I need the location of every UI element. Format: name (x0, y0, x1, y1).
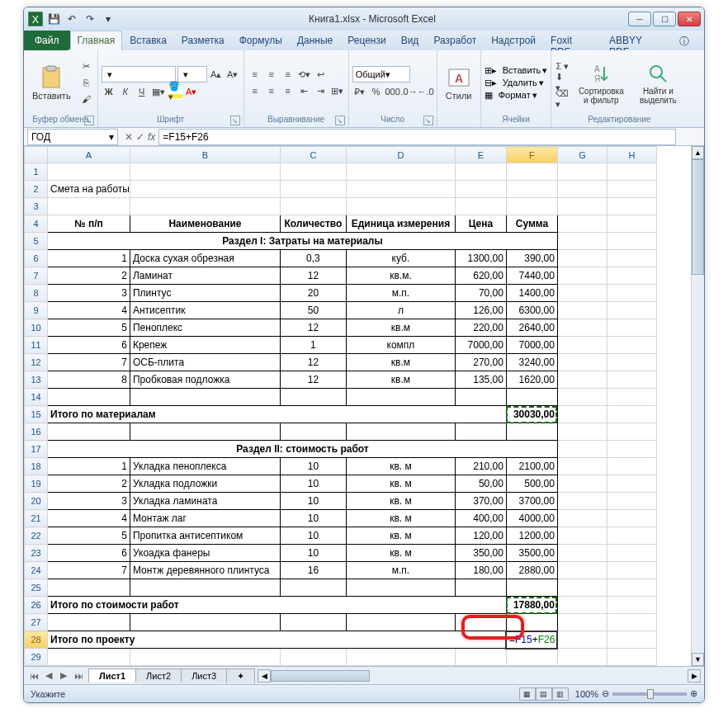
s2-price[interactable]: 50,00 (455, 475, 506, 493)
s2-sum[interactable]: 4000,00 (506, 510, 557, 527)
cell[interactable] (455, 423, 506, 441)
undo-button[interactable]: ↶ (64, 11, 80, 27)
cell[interactable] (48, 423, 130, 441)
qat-customize-icon[interactable]: ▾ (100, 11, 116, 27)
sheet-tab-new[interactable]: ✦ (226, 668, 255, 683)
align-right-button[interactable]: ≡ (281, 83, 295, 98)
s2-sum[interactable]: 2100,00 (506, 458, 557, 475)
copy-button[interactable]: ⎘ (79, 75, 94, 90)
s2-num[interactable]: 3 (48, 493, 130, 510)
align-left-button[interactable]: ≡ (248, 83, 262, 98)
s1-name[interactable]: Антисептик (130, 302, 280, 319)
s2-num[interactable]: 4 (48, 510, 130, 527)
s2-price[interactable]: 370,00 (455, 493, 506, 510)
scroll-up-icon[interactable]: ▲ (692, 146, 704, 159)
s2-qty[interactable]: 16 (280, 562, 346, 579)
cell[interactable] (280, 181, 346, 198)
redo-button[interactable]: ↷ (82, 11, 98, 27)
row-header-4[interactable]: 4 (25, 215, 48, 233)
sort-filter-button[interactable]: AЯ Сортировка и фильтр (573, 59, 629, 106)
s2-price[interactable]: 210,00 (455, 458, 506, 475)
cell[interactable] (557, 285, 607, 302)
align-top-button[interactable]: ≡ (248, 67, 262, 82)
s1-num[interactable]: 2 (48, 267, 130, 285)
cell[interactable] (607, 389, 656, 406)
row-header-11[interactable]: 11 (25, 337, 48, 354)
s2-unit[interactable]: кв. м (346, 475, 455, 493)
s2-qty[interactable]: 10 (280, 493, 346, 510)
hdr-unit[interactable]: Единица измерения (346, 215, 455, 233)
cell[interactable] (607, 597, 656, 614)
s2-name[interactable]: Монтж деревянного плинтуса (130, 562, 280, 579)
hdr-num[interactable]: № п/п (48, 215, 130, 233)
bold-button[interactable]: Ж (102, 84, 116, 99)
cells-format-icon[interactable]: ▦ (485, 90, 493, 101)
project-total-label[interactable]: Итого по проекту (48, 631, 507, 649)
vertical-scrollbar[interactable]: ▲ ▼ (691, 146, 704, 666)
s2-qty[interactable]: 10 (280, 545, 346, 562)
col-header-B[interactable]: B (130, 147, 280, 163)
cell[interactable] (130, 181, 280, 198)
s1-price[interactable]: 220,00 (455, 319, 506, 337)
s2-sum[interactable]: 1200,00 (506, 527, 557, 545)
s1-qty[interactable]: 50 (280, 302, 346, 319)
cell[interactable] (280, 389, 346, 406)
italic-button[interactable]: К (118, 84, 133, 99)
increase-indent-button[interactable]: ⇥ (314, 83, 329, 98)
hdr-price[interactable]: Цена (455, 215, 506, 233)
sheet-tab-2[interactable]: Лист2 (135, 668, 182, 683)
cell[interactable] (607, 337, 656, 354)
hdr-sum[interactable]: Сумма (506, 215, 557, 233)
cell[interactable] (557, 215, 607, 233)
cell[interactable] (346, 649, 455, 666)
section1-title[interactable]: Раздел I: Затраты на материалы (48, 233, 558, 250)
wrap-text-button[interactable]: ↩ (314, 67, 329, 82)
excel-icon[interactable]: X (27, 11, 44, 27)
s1-name[interactable]: ОСБ-плита (130, 354, 280, 371)
row-header-26[interactable]: 26 (25, 597, 48, 614)
cell[interactable] (130, 649, 280, 666)
s1-num[interactable]: 5 (48, 319, 130, 337)
cell[interactable] (607, 354, 656, 371)
s1-unit[interactable]: компл (346, 337, 455, 354)
cell[interactable] (557, 163, 607, 181)
cell[interactable] (557, 631, 607, 649)
format-painter-button[interactable]: 🖌 (79, 92, 94, 106)
s1-qty[interactable]: 12 (280, 319, 346, 337)
cell[interactable] (280, 423, 346, 441)
s1-price[interactable]: 620,00 (455, 267, 506, 285)
shrink-font-button[interactable]: A▾ (225, 67, 240, 82)
cell[interactable] (455, 163, 506, 181)
cell[interactable] (557, 233, 607, 250)
col-header-E[interactable]: E (455, 147, 506, 163)
cell[interactable] (607, 198, 656, 215)
s1-price[interactable]: 270,00 (455, 354, 506, 371)
cell[interactable] (557, 371, 607, 389)
cancel-formula-button[interactable]: ✕ (125, 131, 133, 143)
s2-qty[interactable]: 10 (280, 475, 346, 493)
s2-unit[interactable]: кв. м (346, 493, 455, 510)
font-size-combo[interactable]: ▾ (177, 66, 207, 83)
cell[interactable] (346, 579, 455, 597)
tab-home[interactable]: Главная (70, 31, 123, 50)
cell[interactable] (130, 579, 280, 597)
s1-name[interactable]: Плинтус (130, 285, 280, 302)
cell[interactable] (506, 614, 557, 631)
cell[interactable] (557, 319, 607, 337)
cell[interactable] (48, 163, 130, 181)
s2-qty[interactable]: 10 (280, 510, 346, 527)
row-header-27[interactable]: 27 (25, 614, 48, 631)
s1-num[interactable]: 3 (48, 285, 130, 302)
s2-unit[interactable]: кв. м (346, 527, 455, 545)
s1-num[interactable]: 4 (48, 302, 130, 319)
s2-name[interactable]: Монтаж лаг (130, 510, 280, 527)
s1-qty[interactable]: 20 (280, 285, 346, 302)
s2-total-label[interactable]: Итого по стоимости работ (48, 597, 507, 614)
s1-unit[interactable]: м.п. (346, 285, 455, 302)
cell[interactable] (557, 198, 607, 215)
cell[interactable] (346, 423, 455, 441)
cell[interactable] (280, 198, 346, 215)
row-header-13[interactable]: 13 (25, 371, 48, 389)
s1-sum[interactable]: 390,00 (506, 250, 557, 267)
cell[interactable] (607, 441, 656, 458)
